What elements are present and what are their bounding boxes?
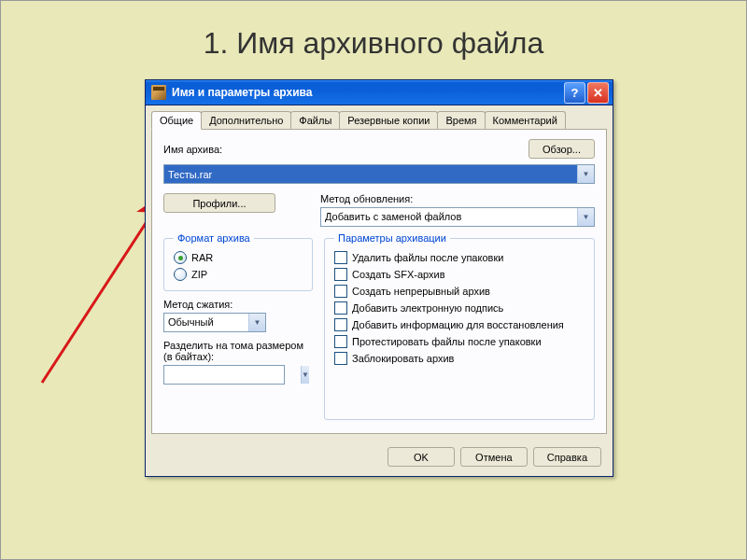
profiles-button[interactable]: Профили...	[163, 193, 275, 213]
compression-label: Метод сжатия:	[163, 299, 313, 310]
chevron-down-icon[interactable]: ▼	[301, 366, 309, 384]
update-method-value: Добавить с заменой файлов	[321, 208, 577, 226]
tabbar: Общие Дополнительно Файлы Резервные копи…	[146, 105, 613, 129]
check-recovery[interactable]: Добавить информацию для восстановления	[334, 316, 585, 333]
check-delete[interactable]: Удалить файлы после упаковки	[334, 249, 585, 266]
check-solid[interactable]: Создать непрерывный архив	[334, 283, 585, 300]
ok-button[interactable]: OK	[388, 447, 455, 467]
radio-rar-label: RAR	[191, 252, 213, 263]
split-select[interactable]: ▼	[163, 365, 285, 385]
cancel-button[interactable]: Отмена	[460, 447, 528, 467]
params-legend: Параметры архивации	[334, 232, 450, 244]
check-test[interactable]: Протестировать файлы после упаковки	[334, 333, 585, 350]
compression-select[interactable]: Обычный ▼	[163, 313, 266, 332]
radio-rar[interactable]: RAR	[174, 249, 303, 266]
tab-comment[interactable]: Комментарий	[485, 111, 566, 129]
tab-general[interactable]: Общие	[151, 111, 202, 130]
dialog-window: Имя и параметры архива ? ✕ Общие Дополни…	[145, 79, 613, 477]
split-label: Разделить на тома размером (в байтах):	[163, 340, 313, 362]
checkbox-icon	[334, 301, 347, 315]
split-field[interactable]	[164, 366, 301, 384]
radio-zip[interactable]: ZIP	[174, 266, 303, 283]
checkbox-icon	[334, 352, 347, 365]
archive-name-label: Имя архива:	[163, 144, 222, 155]
checkbox-icon	[334, 318, 347, 331]
checkbox-icon	[334, 285, 347, 298]
tab-backup[interactable]: Резервные копии	[339, 111, 438, 129]
slide-title: 1. Имя архивного файла	[0, 0, 747, 70]
update-method-select[interactable]: Добавить с заменой файлов ▼	[320, 207, 595, 227]
dialog-buttons: OK Отмена Справка	[146, 440, 613, 476]
format-group: Формат архива RAR ZIP	[163, 232, 313, 291]
close-icon[interactable]: ✕	[587, 82, 609, 104]
radio-zip-label: ZIP	[191, 269, 207, 280]
compression-value: Обычный	[164, 314, 248, 331]
checkbox-icon	[334, 268, 347, 281]
update-method-label: Метод обновления:	[320, 193, 595, 204]
archive-name-input[interactable]: ▼	[163, 164, 595, 184]
tab-time[interactable]: Время	[437, 111, 485, 129]
checkbox-icon	[334, 251, 347, 264]
tab-additional[interactable]: Дополнительно	[201, 111, 291, 129]
tab-files[interactable]: Файлы	[290, 111, 340, 129]
check-sign[interactable]: Добавить электронную подпись	[334, 300, 585, 316]
titlebar: Имя и параметры архива ? ✕	[146, 80, 613, 105]
format-legend: Формат архива	[174, 232, 254, 244]
check-lock[interactable]: Заблокировать архив	[334, 350, 585, 367]
params-group: Параметры архивации Удалить файлы после …	[324, 232, 595, 420]
help-button[interactable]: Справка	[533, 447, 601, 467]
chevron-down-icon[interactable]: ▼	[577, 165, 594, 183]
checkbox-icon	[334, 335, 347, 348]
tab-content: Имя архива: Обзор... ▼ Профили... Метод …	[151, 129, 607, 434]
browse-button[interactable]: Обзор...	[529, 139, 595, 159]
chevron-down-icon[interactable]: ▼	[248, 314, 265, 331]
app-icon	[151, 85, 166, 100]
check-sfx[interactable]: Создать SFX-архив	[334, 266, 585, 283]
help-icon[interactable]: ?	[564, 82, 585, 104]
radio-icon	[174, 251, 187, 264]
titlebar-text: Имя и параметры архива	[172, 86, 562, 99]
chevron-down-icon[interactable]: ▼	[577, 208, 594, 226]
radio-icon	[174, 268, 187, 281]
archive-name-field[interactable]	[164, 165, 577, 183]
